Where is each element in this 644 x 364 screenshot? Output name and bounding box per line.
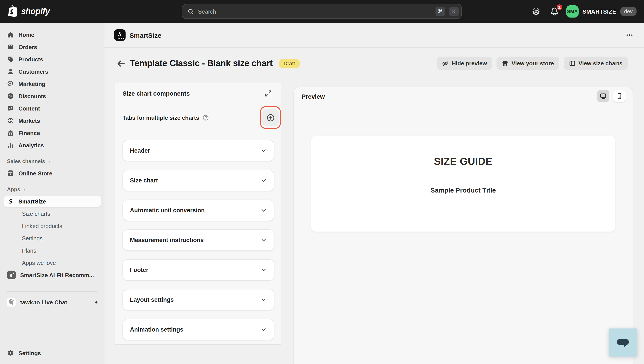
shopify-logo[interactable]: shopify [8,5,50,17]
add-tab-button[interactable] [262,109,279,126]
view-size-charts-button[interactable]: View size charts [564,56,628,70]
smartsize-app-logo-icon: S [114,30,126,41]
sidebar-divider [7,291,98,292]
accordion-footer[interactable]: Footer [123,259,274,281]
sidebar-item-marketing[interactable]: Marketing [4,78,101,90]
preview-panel: Preview SIZE GUIDE Sample Product Title [293,87,633,364]
content-icon [7,105,14,112]
sidebar-item-products[interactable]: Products [4,54,101,65]
sidebar-item-home[interactable]: Home [4,29,101,40]
dev-environment-badge: dev [620,7,636,16]
app-window: shopify ⌘ K 1 SMA SMARTSIZE dev Home [0,0,644,364]
shopify-wordmark: shopify [21,6,50,16]
sidebar-item-smartsize[interactable]: S SmartSize [4,196,101,207]
sidebar-section-sales-channels[interactable]: Sales channels [7,158,98,164]
panel-title: Size chart components [123,90,190,97]
sidebar-item-markets[interactable]: Markets [4,115,101,126]
sidebar-item-analytics[interactable]: Analytics [4,140,101,151]
search-icon [187,8,194,15]
discounts-icon [7,92,14,100]
accordion-list: Header Size chart Automatic unit convers… [123,140,274,340]
chevron-down-icon [260,237,267,244]
tabs-row: Tabs for multiple size charts [123,109,209,126]
accordion-size-chart[interactable]: Size chart [123,170,274,191]
sidebar-subitem-plans[interactable]: Plans [4,245,101,256]
finance-icon [7,129,14,136]
more-options-button[interactable] [624,30,635,41]
storefront-icon [502,60,508,66]
store-avatar: SMA [566,5,578,18]
markets-icon [7,117,14,124]
hide-preview-button[interactable]: Hide preview [437,56,492,70]
expand-panel-button[interactable] [264,90,272,97]
gear-icon [7,350,14,356]
products-icon [7,56,14,63]
sidebar-nav: Home Orders Products Customers Marketing… [0,23,105,364]
sidebar-subitem-apps-we-love[interactable]: Apps we love [4,257,101,268]
sidekick-assistant-button[interactable] [529,5,542,18]
sidebar-item-settings[interactable]: Settings [4,347,101,359]
global-search[interactable]: ⌘ K [182,4,462,19]
size-chart-table-icon [569,60,575,66]
customers-icon [7,68,14,75]
page-title: Template Classic - Blank size chart [130,58,273,68]
size-chart-components-panel: Size chart components Tabs for multiple … [115,82,281,345]
page-actions: Hide preview View your store View size c… [437,56,628,70]
topbar-right-cluster: 1 SMA SMARTSIZE dev [529,0,636,23]
sidebar-item-customers[interactable]: Customers [4,66,101,77]
shopify-bag-icon [8,5,18,17]
sidebar-subitem-linked-products[interactable]: Linked products [4,220,101,232]
chevron-down-icon [260,177,267,184]
help-question-icon[interactable] [202,114,209,121]
store-name: SMARTSIZE [582,8,616,15]
svg-text:s: s [10,272,12,278]
size-guide-heading: SIZE GUIDE [311,156,615,168]
accordion-layout-settings[interactable]: Layout settings [123,289,274,310]
chevron-down-icon [260,296,267,303]
mobile-preview-button[interactable] [613,90,625,102]
chevron-down-icon [260,207,267,214]
search-input[interactable] [198,8,432,15]
chevron-right-icon [47,160,51,163]
analytics-icon [7,142,14,149]
back-arrow-button[interactable] [116,58,126,68]
storefront-square-icon [7,170,14,177]
sidebar-item-discounts[interactable]: Discounts [4,90,101,102]
accordion-animation-settings[interactable]: Animation settings [123,319,274,340]
sidebar-item-orders[interactable]: Orders [4,41,101,53]
accordion-automatic-unit-conversion[interactable]: Automatic unit conversion [123,200,274,221]
accordion-header[interactable]: Header [123,140,274,162]
sidebar-item-online-store[interactable]: Online Store [4,168,101,179]
unread-dot [95,301,98,303]
shortcut-k-key: K [449,6,459,16]
sidebar-subitem-settings[interactable]: Settings [4,232,101,244]
preview-title: Preview [301,93,325,100]
chevron-down-icon [260,326,267,333]
desktop-preview-button[interactable] [597,90,609,102]
home-icon [7,31,14,38]
shortcut-cmd-key: ⌘ [436,6,445,16]
sidebar-subitem-size-charts[interactable]: Size charts [4,208,101,219]
smartsize-ai-logo-icon: s [7,270,16,279]
chat-launcher-button[interactable] [609,328,637,356]
page-header: Template Classic - Blank size chart Draf… [105,48,644,79]
sidebar-item-smartsize-ai-fit[interactable]: s SmartSize AI Fit Recomm... [4,269,101,281]
chevron-down-icon [260,147,267,154]
sidebar-item-content[interactable]: Content [4,102,101,114]
notifications-button[interactable]: 1 [548,5,561,18]
smartsize-logo-icon: S [7,198,14,205]
store-account-menu[interactable]: SMA SMARTSIZE dev [566,5,636,18]
eye-slash-icon [442,60,449,66]
chevron-right-icon [22,188,26,192]
view-your-store-button[interactable]: View your store [496,56,559,70]
app-title: SmartSize [130,31,161,39]
orders-icon [7,44,14,50]
sidebar-item-finance[interactable]: Finance [4,127,101,138]
sample-product-title: Sample Product Title [311,186,615,194]
accordion-measurement-instructions[interactable]: Measurement instructions [123,229,274,251]
tawk-parrot-icon [7,298,16,306]
sidebar-item-tawk-live-chat[interactable]: tawk.to Live Chat [4,296,101,308]
sidebar-section-apps[interactable]: Apps [7,186,98,192]
top-bar: shopify ⌘ K 1 SMA SMARTSIZE dev [0,0,644,23]
device-toggle-group [597,90,625,102]
